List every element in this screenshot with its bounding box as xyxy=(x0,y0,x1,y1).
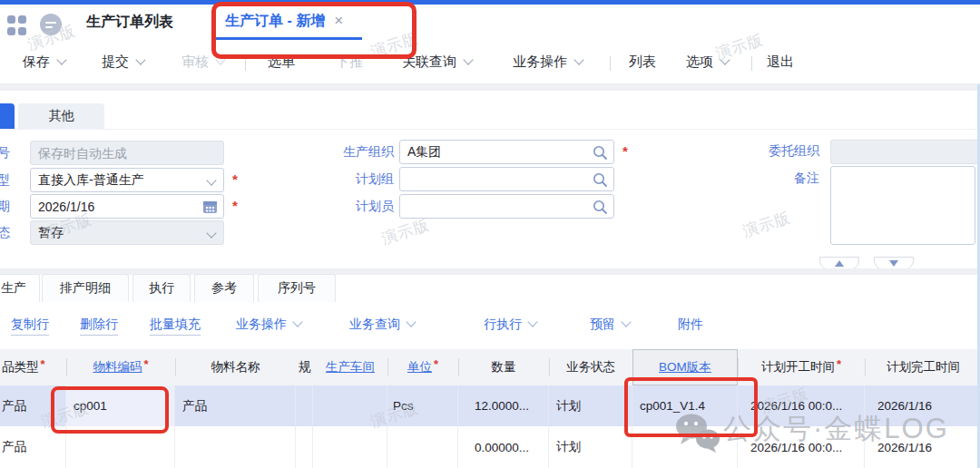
list-button[interactable]: 列表 xyxy=(629,54,656,71)
chevron-down-icon[interactable] xyxy=(56,54,66,64)
apps-grid-icon[interactable] xyxy=(7,15,27,35)
chevron-down-icon[interactable] xyxy=(463,54,473,64)
cell-quantity[interactable]: 12.0000... xyxy=(458,385,549,426)
chevron-down-icon[interactable] xyxy=(621,317,631,327)
detail-tab-serial-number[interactable]: 序列号 xyxy=(258,274,336,302)
submit-button[interactable]: 提交 xyxy=(102,54,144,71)
cell-business-status[interactable]: 计划 xyxy=(549,426,632,468)
chevron-down-icon[interactable] xyxy=(573,54,583,64)
cell-material-code[interactable] xyxy=(66,426,175,468)
chevron-down-icon[interactable] xyxy=(135,54,145,64)
chevron-down-icon[interactable] xyxy=(292,317,302,327)
attachment-button[interactable]: 附件 xyxy=(678,317,703,333)
col-header-material-code[interactable]: 物料编码* xyxy=(66,349,175,385)
bill-date-input[interactable]: 2026/1/16 xyxy=(30,194,224,219)
cell-workshop[interactable] xyxy=(313,426,387,468)
form-tab-other[interactable]: 其他 xyxy=(18,103,104,129)
cell-product-type[interactable]: 产品 xyxy=(0,426,66,468)
cell-bom-version[interactable] xyxy=(632,426,738,468)
chevron-down-icon[interactable] xyxy=(406,317,416,327)
col-header-planned-start-time[interactable]: 计划开工时间* xyxy=(738,349,865,385)
cell-bom-version[interactable]: cp001_V1.4 xyxy=(632,385,738,426)
search-icon[interactable] xyxy=(592,171,608,190)
search-icon[interactable] xyxy=(592,199,608,218)
bill-date-value: 2026/1/16 xyxy=(38,200,94,214)
chevron-down-icon[interactable] xyxy=(527,317,537,327)
col-header-material-name[interactable]: 物料名称 xyxy=(175,349,296,385)
cell-planned-finish-time[interactable]: 2026/1/16 xyxy=(865,385,980,426)
plan-group-label: 计划组 xyxy=(341,171,394,188)
business-operation-button[interactable]: 业务操作 xyxy=(513,54,583,71)
section-divider xyxy=(0,84,980,91)
col-header-spec[interactable]: 规 xyxy=(296,349,313,385)
message-bubble-icon[interactable] xyxy=(40,14,62,35)
cell-spec[interactable] xyxy=(296,385,313,426)
biz-type-label: 型 xyxy=(0,172,10,189)
cell-unit[interactable]: Pcs xyxy=(387,385,458,426)
required-asterisk: * xyxy=(232,198,238,213)
prod-org-label: 生产组织 xyxy=(341,144,394,161)
row-business-query-button[interactable]: 业务查询 xyxy=(349,317,415,333)
col-header-bom-version[interactable]: BOM版本 xyxy=(632,349,738,385)
close-tab-icon[interactable]: × xyxy=(334,12,343,29)
tab-production-order-new[interactable]: 生产订单 - 新增× xyxy=(225,12,343,31)
pick-bill-button[interactable]: 选单 xyxy=(268,54,295,71)
calendar-icon[interactable] xyxy=(202,200,218,217)
chevron-down-icon[interactable] xyxy=(720,54,730,64)
chevron-down-icon[interactable] xyxy=(206,175,216,185)
cell-material-code[interactable]: cp001 xyxy=(66,385,175,426)
plan-group-input[interactable] xyxy=(399,167,614,191)
search-icon[interactable] xyxy=(592,144,608,163)
cell-product-type[interactable]: 产品 xyxy=(0,385,66,426)
reserve-button[interactable]: 预留 xyxy=(590,317,630,333)
top-accent-strip xyxy=(0,0,980,5)
remark-label: 备注 xyxy=(767,171,819,187)
col-header-product-type[interactable]: 品类型* xyxy=(0,349,66,385)
toolbar-separator xyxy=(610,56,611,71)
col-header-workshop[interactable]: 生产车间 xyxy=(313,349,387,385)
cell-material-name[interactable] xyxy=(175,426,296,468)
copy-row-button[interactable]: 复制行 xyxy=(11,317,49,336)
biz-type-value: 直接入库-普通生产 xyxy=(38,172,144,189)
row-execute-button[interactable]: 行执行 xyxy=(484,317,536,333)
chevron-down-icon xyxy=(215,54,225,64)
col-header-business-status[interactable]: 业务状态 xyxy=(549,349,632,385)
save-button[interactable]: 保存 xyxy=(23,54,65,71)
chevron-down-icon xyxy=(206,228,216,238)
exit-button[interactable]: 退出 xyxy=(767,54,794,71)
prod-org-value: A集团 xyxy=(407,144,441,161)
detail-tab-execution[interactable]: 执行 xyxy=(132,274,191,302)
cell-material-name[interactable]: 产品 xyxy=(175,385,296,426)
related-query-button[interactable]: 关联查询 xyxy=(402,54,472,71)
status-select: 暂存 xyxy=(30,220,224,245)
audit-button: 审核 xyxy=(181,54,224,71)
options-button[interactable]: 选项 xyxy=(686,54,729,71)
col-header-planned-finish-time[interactable]: 计划完工时间 xyxy=(865,349,980,385)
bill-no-input[interactable] xyxy=(30,141,224,165)
cell-planned-start-time[interactable]: 2026/1/16 00:0... xyxy=(738,426,865,468)
detail-tab-reference[interactable]: 参考 xyxy=(194,274,254,302)
cell-unit[interactable] xyxy=(387,426,458,468)
delete-row-button[interactable]: 删除行 xyxy=(80,317,118,336)
tab-production-order-new-label: 生产订单 - 新增 xyxy=(225,13,325,28)
cell-business-status[interactable]: 计划 xyxy=(549,385,632,426)
col-header-quantity[interactable]: 数量 xyxy=(458,349,549,385)
biz-type-select[interactable]: 直接入库-普通生产 xyxy=(30,168,224,192)
prod-org-input[interactable]: A集团 xyxy=(399,140,614,164)
remark-textarea[interactable] xyxy=(830,166,975,245)
batch-fill-button[interactable]: 批量填充 xyxy=(150,317,201,336)
planner-input[interactable] xyxy=(399,194,614,219)
row-business-operation-button[interactable]: 业务操作 xyxy=(236,317,301,333)
status-value: 暂存 xyxy=(38,225,64,241)
tab-production-order-list[interactable]: 生产订单列表 xyxy=(86,13,173,32)
detail-tab-production[interactable]: 生产 xyxy=(0,274,40,302)
cell-workshop[interactable] xyxy=(313,385,387,426)
form-tab-basic-active-sliver[interactable] xyxy=(0,103,15,129)
col-header-unit[interactable]: 单位* xyxy=(387,349,458,385)
main-toolbar: 保存 提交 审核 选单 下推 关联查询 业务操作 列表 选项 退出 xyxy=(0,42,980,84)
detail-tab-scheduling[interactable]: 排产明细 xyxy=(42,274,129,302)
cell-spec[interactable] xyxy=(296,426,313,468)
cell-quantity[interactable]: 0.00000... xyxy=(458,426,549,468)
cell-planned-start-time[interactable]: 2026/1/16 00:0... xyxy=(738,385,865,426)
cell-planned-finish-time[interactable]: 2026/1/16 xyxy=(865,426,980,468)
